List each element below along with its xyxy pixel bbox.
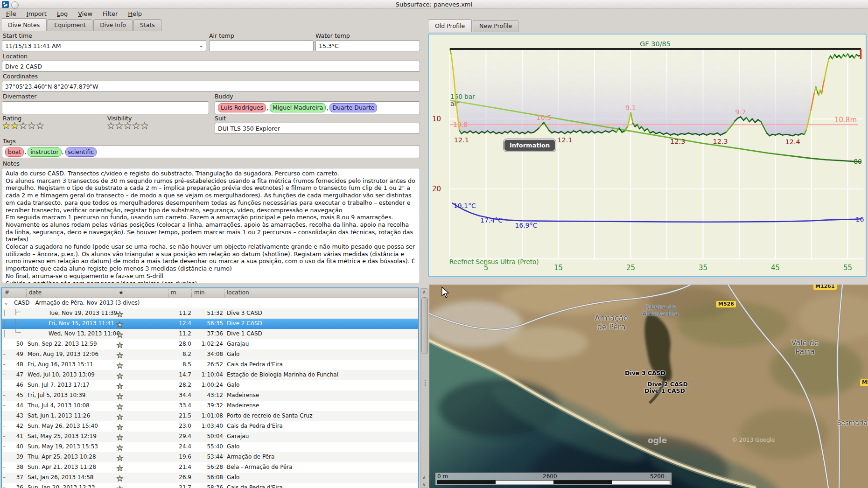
water-temp-label: Water temp xyxy=(315,32,350,39)
table-row[interactable]: –49Mon, Aug 19, 2013 12:06★★★★★8.234:08G… xyxy=(2,349,418,360)
table-row[interactable]: –41Sat, May 25, 2013 12:19★★★★★29.450:04… xyxy=(2,432,418,442)
star-icon: ★ xyxy=(117,310,123,319)
map-marker-dive1[interactable]: Dive 1 CASD xyxy=(636,387,694,394)
dive-location-map[interactable]: Armação de Pêra Ribeira de Alcantarilha … xyxy=(429,285,868,488)
cell-depth: 21.4 xyxy=(166,464,191,470)
cell-depth: 21.7 xyxy=(166,484,191,488)
col-rating[interactable]: ★ xyxy=(119,289,124,296)
menu-file[interactable]: File xyxy=(2,10,21,18)
col-number[interactable]: # xyxy=(5,289,9,296)
tab-stats[interactable]: Stats xyxy=(133,19,161,31)
pill-comma: , xyxy=(62,148,64,155)
road-badge-m1261: M1261 xyxy=(813,285,837,290)
tags-input[interactable]: boat,instructor,scientific xyxy=(2,146,420,158)
table-row[interactable]: –37Sat, Jan 26, 2013 14:58★★★★★26.956:08… xyxy=(2,473,418,483)
col-depth[interactable]: m xyxy=(171,289,176,296)
window-title: Subsurface: paneves.xml xyxy=(0,1,868,8)
splitter-handle[interactable] xyxy=(425,379,427,387)
cell-depth: 33.4 xyxy=(166,402,191,409)
table-row[interactable]: –43Sat, Jun 1, 2013 11:26★★★★★21.51:01:0… xyxy=(2,411,418,421)
dive-list-scrollbar[interactable]: ∧ ∧ ∨ xyxy=(420,288,428,488)
tab-dive-info[interactable]: Dive Info xyxy=(93,19,133,31)
pill-scientific[interactable]: scientific xyxy=(65,147,97,157)
notes-textarea[interactable]: Aula do curso CASD. Transectos c/video e… xyxy=(2,168,420,283)
visibility-stars[interactable]: ★★★★★ xyxy=(107,120,149,131)
col-location[interactable]: location xyxy=(227,289,249,296)
cell-depth: 12.4 xyxy=(166,320,191,327)
dive-table-header[interactable]: # date ★ m min location xyxy=(2,288,418,298)
rating-stars[interactable]: ★★★★★ xyxy=(2,120,44,131)
col-date[interactable]: date xyxy=(29,289,42,296)
dive-group-row[interactable]: ⌄–CASD - Armação de Pêra, Nov 2013 (3 di… xyxy=(2,298,418,308)
map-marker-dive2[interactable]: Dive 2 CASD xyxy=(638,381,697,388)
table-row[interactable]: –36Sun, Jan 20, 2013 12:33★★★★★21.758:36… xyxy=(2,483,418,488)
table-row[interactable]: –38Sun, Apr 21, 2013 11:28★★★★★21.456:28… xyxy=(2,462,418,473)
star-icon: ★ xyxy=(11,120,19,131)
svg-text:12.4: 12.4 xyxy=(785,138,800,146)
dive-profile-chart[interactable]: 10.8150 barair8019.1°C17.4°C16.9°C1612.1… xyxy=(428,34,867,277)
title-bar[interactable]: Subsurface: paneves.xml xyxy=(0,0,868,9)
svg-text:Reefnet Sensus Ultra (Preto): Reefnet Sensus Ultra (Preto) xyxy=(449,258,539,265)
tab-dive-notes[interactable]: Dive Notes xyxy=(1,18,47,31)
col-duration[interactable]: min xyxy=(194,289,205,296)
scrollbar-thumb[interactable] xyxy=(421,297,428,354)
water-temp-value: 15.3°C xyxy=(319,42,339,49)
start-time-combobox[interactable]: 11/15/13 11:41 AM ⌄ xyxy=(2,40,206,51)
table-row[interactable]: –44Thu, Jul 4, 2013 10:08★★★★★33.439:32M… xyxy=(2,401,418,411)
scroll-up-icon[interactable]: ∧ xyxy=(421,289,427,294)
tab-equipment[interactable]: Equipment xyxy=(48,19,92,31)
star-icon: ★ xyxy=(117,433,123,442)
table-row[interactable]: –39Thu, Apr 25, 2013 10:28★★★★★19.653:44… xyxy=(2,452,418,462)
chevron-down-icon[interactable]: ⌄ xyxy=(199,42,203,49)
menu-help[interactable]: Help xyxy=(124,10,146,18)
subsurface-window: Subsurface: paneves.xml FileImportLogVie… xyxy=(0,0,868,488)
tab-new-profile[interactable]: New Profile xyxy=(473,20,518,32)
tab-old-profile[interactable]: Old Profile xyxy=(428,19,472,32)
suit-input[interactable]: DUI TLS 350 Explorer xyxy=(215,123,420,134)
water-temp-input[interactable]: 15.3°C xyxy=(315,40,420,51)
pill-instructor[interactable]: instructor xyxy=(28,147,61,157)
svg-text:80: 80 xyxy=(854,158,862,165)
svg-text:12.1: 12.1 xyxy=(557,136,572,144)
cell-location: Bela - Armação de Pêra xyxy=(227,464,293,470)
tree-line: │ xyxy=(3,310,6,316)
buddy-input[interactable]: Luís Rodrigues,Miguel Madureira,Duarte D… xyxy=(215,101,420,114)
location-input[interactable]: Dive 2 CASD xyxy=(2,61,420,72)
table-row[interactable]: │└─Wed, Nov 13, 2013 11:06★★★★★11.237:36… xyxy=(2,329,418,339)
table-row[interactable]: –46Sun, Jul 7, 2013 17:17★★★★★28.21:00:2… xyxy=(2,380,418,390)
map-marker-dive3[interactable]: Dive 3 CASD xyxy=(616,369,674,376)
table-row[interactable]: –47Wed, Jul 10, 2013 13:09★★★★★14.71:10:… xyxy=(2,370,418,380)
table-row[interactable]: –42Sun, May 26, 2013 15:40★★★★★23.01:03:… xyxy=(2,421,418,432)
star-icon: ★ xyxy=(36,120,44,131)
air-temp-input[interactable] xyxy=(209,40,314,51)
menu-view[interactable]: View xyxy=(74,10,97,18)
cell-date: Wed, Nov 13, 2013 11:06 xyxy=(49,330,120,337)
pill-lu-s-rodrigues[interactable]: Luís Rodrigues xyxy=(218,103,266,112)
cell-depth: 11.2 xyxy=(166,330,191,337)
pill-boat[interactable]: boat xyxy=(5,147,24,157)
table-row[interactable]: –50Sun, Sep 22, 2013 12:59★★★★★28.01:02:… xyxy=(2,339,418,349)
cell-date: Sun, Jan 20, 2013 12:33 xyxy=(28,484,95,488)
menu-import[interactable]: Import xyxy=(22,10,51,18)
table-row[interactable]: –45Fri, Jul 5, 2013 10:39★★★★★34.443:12M… xyxy=(2,390,418,401)
scroll-down-icon[interactable]: ∨ xyxy=(421,482,427,487)
cell-duration: 1:10:04 xyxy=(191,371,223,378)
mouse-cursor-icon xyxy=(441,286,451,299)
pill-duarte-duarte[interactable]: Duarte Duarte xyxy=(329,103,377,112)
dive-list-table[interactable]: # date ★ m min location ⌄–CASD - Armação… xyxy=(1,287,419,488)
menu-filter[interactable]: Filter xyxy=(98,10,122,18)
pill-miguel-madureira[interactable]: Miguel Madureira xyxy=(270,103,326,112)
cell-duration: 1:03:40 xyxy=(191,423,223,429)
cell-duration: 1:00:24 xyxy=(191,382,223,388)
divemaster-input[interactable] xyxy=(2,101,209,114)
table-row[interactable]: –40Sun, May 19, 2013 15:53★★★★★24.455:40… xyxy=(2,442,418,452)
table-row[interactable]: │├─Tue, Nov 19, 2013 11:39★★★★★11.251:32… xyxy=(2,308,418,319)
table-row[interactable]: –48Fri, Aug 16, 2013 15:11★★★★★8.526:52C… xyxy=(2,360,418,370)
table-row[interactable]: │├─Fri, Nov 15, 2013 11:41★★★★★12.456:35… xyxy=(2,319,418,329)
expander-icon[interactable]: ⌄ xyxy=(4,300,8,306)
menu-log[interactable]: Log xyxy=(53,10,72,18)
scroll-up2-icon[interactable]: ∧ xyxy=(421,475,427,480)
information-tooltip-button[interactable]: Information xyxy=(504,139,556,152)
coordinates-input[interactable]: 37°05'23.460"N 8°20'47.879"W xyxy=(2,81,420,92)
tree-branch: └─ xyxy=(14,329,21,336)
